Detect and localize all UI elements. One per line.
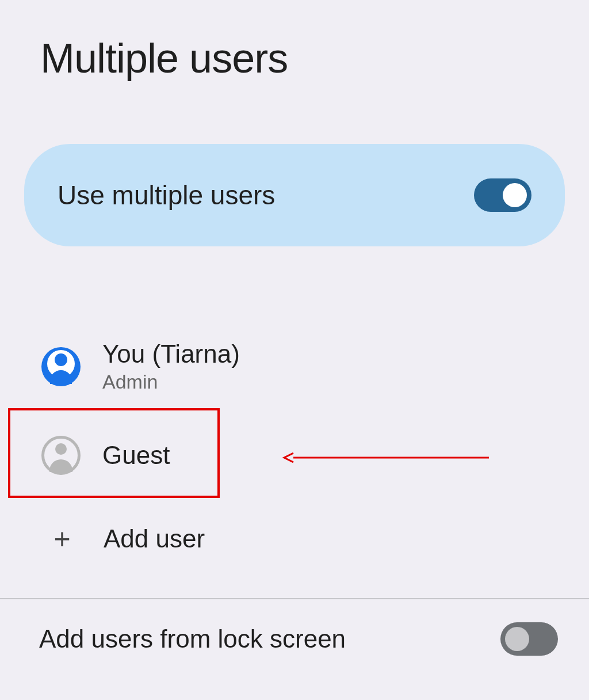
user-item-guest[interactable]: Guest bbox=[0, 423, 589, 488]
add-users-lock-screen-row[interactable]: Add users from lock screen bbox=[0, 599, 589, 679]
user-role-primary: Admin bbox=[102, 371, 240, 393]
add-users-lock-screen-label: Add users from lock screen bbox=[39, 625, 346, 653]
use-multiple-users-card[interactable]: Use multiple users bbox=[24, 144, 565, 246]
plus-icon: + bbox=[51, 522, 74, 556]
page-title: Multiple users bbox=[0, 0, 589, 82]
use-multiple-users-label: Use multiple users bbox=[58, 180, 275, 211]
add-users-lock-screen-toggle[interactable] bbox=[500, 622, 558, 656]
add-user-button[interactable]: + Add user bbox=[0, 505, 589, 573]
user-item-primary[interactable]: You (Tiarna) Admin bbox=[0, 327, 589, 406]
user-avatar-icon bbox=[41, 347, 81, 386]
guest-avatar-icon bbox=[41, 436, 81, 475]
add-user-label: Add user bbox=[104, 524, 205, 553]
user-name-primary: You (Tiarna) bbox=[102, 340, 240, 368]
use-multiple-users-toggle[interactable] bbox=[474, 178, 531, 212]
user-name-guest: Guest bbox=[102, 441, 170, 470]
user-list: You (Tiarna) Admin Guest + Add user bbox=[0, 327, 589, 573]
